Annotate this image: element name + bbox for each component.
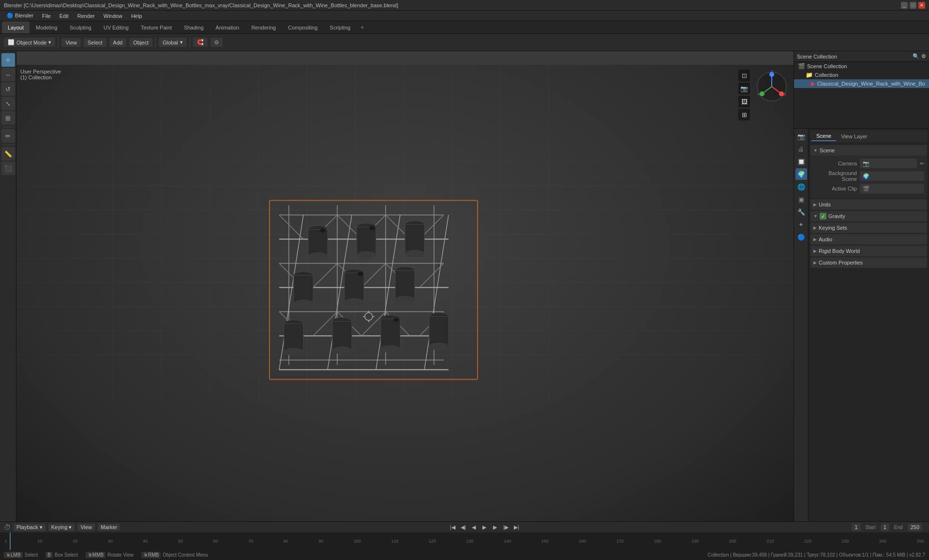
main-layout: ✛ ↔ ↺ ⤡ ⊞ ✏ 📏 ⬛ [0,51,929,521]
audio-header[interactable]: ▶ Audio [810,234,927,245]
jump-end-btn[interactable]: ▶| [511,522,521,532]
keying-sets-header[interactable]: ▶ Keying Sets [810,222,927,233]
tab-animation[interactable]: Animation [210,21,245,33]
timeline-ruler[interactable]: 1 10 20 30 40 50 60 70 80 90 100 110 120… [0,532,929,550]
add-workspace-button[interactable]: + [357,21,368,33]
tab-shading[interactable]: Shading [178,21,209,33]
units-header[interactable]: ▶ Units [810,199,927,210]
tab-rendering[interactable]: Rendering [245,21,282,33]
view-layer-props-icon[interactable]: 🔲 [795,156,807,167]
svg-rect-88 [429,317,449,347]
menu-edit[interactable]: Edit [56,12,73,20]
jump-start-btn[interactable]: |◀ [448,522,457,532]
menu-help[interactable]: Help [127,12,146,20]
zoom-extents-btn[interactable]: ⊡ [738,70,750,81]
tab-modeling[interactable]: Modeling [30,21,63,33]
menu-render[interactable]: Render [74,12,99,20]
tab-sculpting[interactable]: Sculpting [64,21,97,33]
menu-file[interactable]: File [38,12,55,20]
tab-texture-paint[interactable]: Texture Paint [135,21,178,33]
mode-label: Object Mode [16,40,46,45]
prev-keyframe-btn[interactable]: ◀| [458,522,468,532]
next-keyframe-btn[interactable]: |▶ [501,522,510,532]
maximize-button[interactable]: □ [910,2,916,9]
orientation-gizmo[interactable]: Z X Y [755,70,789,103]
add-menu-btn[interactable]: Add [109,38,127,47]
particles-props-icon[interactable]: ✦ [795,219,807,230]
close-button[interactable]: ✕ [918,2,925,9]
svg-point-59 [320,229,326,233]
window-controls[interactable]: _ □ ✕ [901,2,925,9]
toolbar-separator-3 [190,38,190,47]
viewport-canvas[interactable]: User Perspective (1) Collection Z X [16,65,794,521]
modifier-props-icon[interactable]: 🔧 [795,206,807,218]
active-clip-value[interactable]: 🎬 [860,184,924,193]
transform-global-btn[interactable]: Global ▾ [159,38,187,47]
timeline-view-btn[interactable]: View [77,524,95,531]
current-frame-display[interactable]: 1 [852,523,860,531]
output-props-icon[interactable]: 🖨 [795,143,807,155]
rotate-tool[interactable]: ↺ [1,82,15,96]
proportional-btn[interactable]: ⊙ [210,38,223,47]
scene-props-icon[interactable]: 🌍 [795,168,807,180]
cursor-tool[interactable]: ✛ [1,53,15,67]
render-preview-btn[interactable]: 🖼 [738,96,750,107]
view-menu-btn[interactable]: View [61,38,81,47]
start-frame-display[interactable]: 1 [881,523,889,531]
end-frame-display[interactable]: 250 [908,523,922,531]
tab-scene[interactable]: Scene [811,132,836,141]
keying-btn[interactable]: Keying ▾ [48,524,75,531]
prev-frame-btn[interactable]: ◀ [469,522,479,532]
timeline-area: ⏱ Playback ▾ Keying ▾ View Marker |◀ ◀| … [0,521,929,549]
outliner-filter-icon[interactable]: ⚙ [921,53,926,59]
tab-compositing[interactable]: Compositing [282,21,323,33]
collection-icon: 📁 [806,72,813,78]
gravity-header[interactable]: ▼ ✓ Gravity [810,211,927,221]
rigid-body-header[interactable]: ▶ Rigid Body World [810,246,927,256]
playback-btn[interactable]: Playback ▾ [14,524,45,531]
tab-layout[interactable]: Layout [2,21,30,33]
play-btn[interactable]: ▶ [479,522,489,532]
tab-view-layer[interactable]: View Layer [836,132,872,141]
object-menu-btn[interactable]: Object [129,38,152,47]
outliner-collection[interactable]: 📁 Collection [794,71,929,79]
snap-btn[interactable]: 🧲 [193,38,208,47]
gravity-checkbox[interactable]: ✓ [820,213,826,220]
measure-tool[interactable]: 📏 [1,147,15,161]
annotate-tool[interactable]: ✏ [1,129,15,143]
camera-view-btn[interactable]: 📷 [738,83,750,94]
tab-scripting[interactable]: Scripting [324,21,356,33]
add-cube-tool[interactable]: ⬛ [1,162,15,175]
world-props-icon[interactable]: 🌐 [795,181,807,192]
menu-window[interactable]: Window [100,12,126,20]
transform-tool[interactable]: ⊞ [1,111,15,125]
viewport-3d[interactable]: User Perspective (1) Collection Z X [16,51,794,521]
scene-section-header[interactable]: ▼ Scene [810,145,927,156]
props-icon-sidebar: 📷 🖨 🔲 🌍 🌐 ▣ 🔧 ✦ 🔵 [794,129,809,521]
overlay-btn[interactable]: ⊞ [738,109,750,120]
render-props-icon[interactable]: 📷 [795,131,807,142]
outliner-scene-collection[interactable]: 🎬 Scene Collection [794,62,929,71]
custom-props-header[interactable]: ▶ Custom Properties [810,257,927,268]
outliner-wine-rack-object[interactable]: ▶ Classical_Design_Wine_Rack_with_Wine_B… [794,79,929,88]
menu-blender[interactable]: 🔵 Blender [3,12,37,20]
tab-uv-editing[interactable]: UV Editing [98,21,135,33]
svg-rect-71 [345,273,364,302]
props-content: Scene View Layer ▼ Scene Camera 📷 [809,129,929,521]
select-menu-btn[interactable]: Select [84,38,106,47]
marker-btn[interactable]: Marker [98,524,120,531]
scale-tool[interactable]: ⤡ [1,97,15,110]
tool-separator-1 [2,127,14,127]
camera-value[interactable]: 📷 [860,159,917,168]
minimize-button[interactable]: _ [901,2,908,9]
object-props-icon[interactable]: ▣ [795,193,807,205]
viewport-info: User Perspective (1) Collection [20,69,61,80]
move-tool[interactable]: ↔ [1,68,15,81]
svg-line-49 [420,264,444,288]
mode-selector[interactable]: ⬜ Object Mode ▾ [4,38,55,47]
outliner-search-icon[interactable]: 🔍 [913,53,919,59]
bg-scene-value[interactable]: 🌍 [860,171,924,181]
camera-eyedropper[interactable]: ✏ [920,161,924,167]
next-frame-btn[interactable]: ▶ [490,522,500,532]
physics-props-icon[interactable]: 🔵 [795,231,807,243]
